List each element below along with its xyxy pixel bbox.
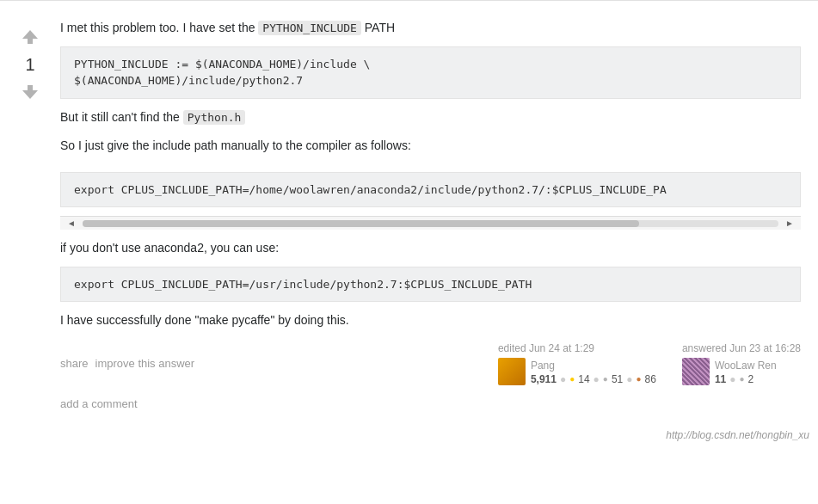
editor-gold-count: 14 (578, 373, 589, 385)
answerer-rep: 11 ● ● 2 (715, 373, 777, 385)
scrollbar-thumb[interactable] (83, 220, 639, 227)
footer-url: http://blog.csdn.net/hongbin_xu (0, 426, 818, 445)
vote-up-button[interactable] (15, 22, 46, 52)
dot-1: ● (560, 373, 566, 385)
upvote-icon (20, 27, 40, 47)
scrollbar-track[interactable] (83, 220, 778, 227)
answered-text: answered Jun 23 at 16:28 (682, 342, 801, 354)
answerer-info: answered Jun 23 at 16:28 WooLaw Ren 11 (682, 342, 801, 385)
editor-silver-badge: ● (603, 374, 608, 384)
intro-paragraph: I met this problem too. I have set the P… (60, 18, 801, 38)
answerer-action: answered Jun 23 at 16:28 (682, 342, 801, 354)
answer-container: 1 I met this problem too. I have set the… (0, 0, 818, 453)
but-text: But it still can't find the (60, 110, 180, 124)
inline-code-pythonh: Python.h (183, 110, 246, 125)
answerer-avatar (682, 358, 710, 385)
success-paragraph: I have successfully done "make pycaffe" … (60, 310, 801, 329)
editor-bronze-badge: ● (636, 374, 641, 384)
answerer-silver-count: 2 (748, 373, 754, 385)
editor-rep: 5,911 ● ● 14 ● ● 51 ● ● (531, 373, 656, 385)
code-block-2: export CPLUS_INCLUDE_PATH=/home/woolawre… (60, 172, 801, 208)
dot-3: ● (626, 373, 632, 385)
user-cards: edited Jun 24 at 1:29 Pang 5,911 (498, 342, 801, 385)
if-paragraph: if you don't use anaconda2, you can use: (60, 238, 801, 257)
editor-action: edited Jun 24 at 1:29 (498, 342, 656, 354)
answerer-details: WooLaw Ren 11 ● ● 2 (715, 358, 777, 385)
code-block-3: export CPLUS_INCLUDE_PATH=/usr/include/p… (60, 267, 801, 303)
editor-gold-badge: ● (569, 374, 575, 384)
code-line-1: PYTHON_INCLUDE := $(ANACONDA_HOME)/inclu… (74, 56, 787, 73)
but-paragraph: But it still can't find the Python.h (60, 108, 801, 127)
intro-text-2: PATH (365, 21, 395, 34)
code-block-1: PYTHON_INCLUDE := $(ANACONDA_HOME)/inclu… (60, 46, 801, 99)
editor-rep-score: 5,911 (531, 373, 557, 385)
answerer-username[interactable]: WooLaw Ren (715, 360, 777, 372)
inline-code-python-include: PYTHON_INCLUDE (258, 21, 361, 35)
code-3-text: export CPLUS_INCLUDE_PATH=/usr/include/p… (74, 278, 532, 291)
vote-down-button[interactable] (15, 77, 46, 108)
scroll-right-button[interactable]: ► (782, 218, 797, 228)
answer-body: I met this problem too. I have set the P… (52, 18, 801, 417)
scrollbar-container[interactable]: ◄ ► (60, 216, 801, 230)
dot-4: ● (729, 373, 735, 385)
editor-silver-count: 51 (612, 373, 623, 385)
vote-section: 1 (9, 18, 52, 108)
pang-avatar-img (498, 358, 526, 385)
vote-count: 1 (25, 52, 34, 77)
scroll-left-button[interactable]: ◄ (64, 218, 79, 228)
woolaw-avatar-img (682, 358, 710, 385)
edited-text: edited Jun 24 at 1:29 (498, 342, 656, 354)
editor-info: edited Jun 24 at 1:29 Pang 5,911 (498, 342, 656, 385)
improve-answer-link[interactable]: improve this answer (95, 357, 195, 370)
editor-username[interactable]: Pang (531, 360, 555, 372)
answerer-silver-badge: ● (740, 374, 745, 384)
editor-bronze-count: 86 (645, 373, 656, 385)
editor-details: Pang 5,911 ● ● 14 ● ● 51 (531, 358, 656, 385)
editor-card: edited Jun 24 at 1:29 Pang 5,911 (498, 342, 656, 385)
answer-actions: share improve this answer edited Jun 24 … (60, 342, 801, 385)
downvote-icon (20, 82, 40, 102)
answerer-card: answered Jun 23 at 16:28 WooLaw Ren 11 (682, 342, 801, 385)
editor-avatar (498, 358, 526, 385)
answer-row: 1 I met this problem too. I have set the… (0, 9, 818, 426)
dot-2: ● (594, 373, 600, 385)
add-comment-link[interactable]: add a comment (60, 394, 801, 417)
code-2-text: export CPLUS_INCLUDE_PATH=/home/woolawre… (74, 183, 667, 196)
share-link[interactable]: share (60, 357, 89, 370)
intro-text-1: I met this problem too. I have set the (60, 21, 255, 34)
answerer-rep-score: 11 (715, 373, 726, 385)
code-block-2-wrapper: export CPLUS_INCLUDE_PATH=/home/woolawre… (60, 163, 801, 230)
code-line-2: $(ANACONDA_HOME)/include/python2.7 (74, 72, 787, 89)
so-paragraph: So I just give the include path manually… (60, 136, 801, 155)
